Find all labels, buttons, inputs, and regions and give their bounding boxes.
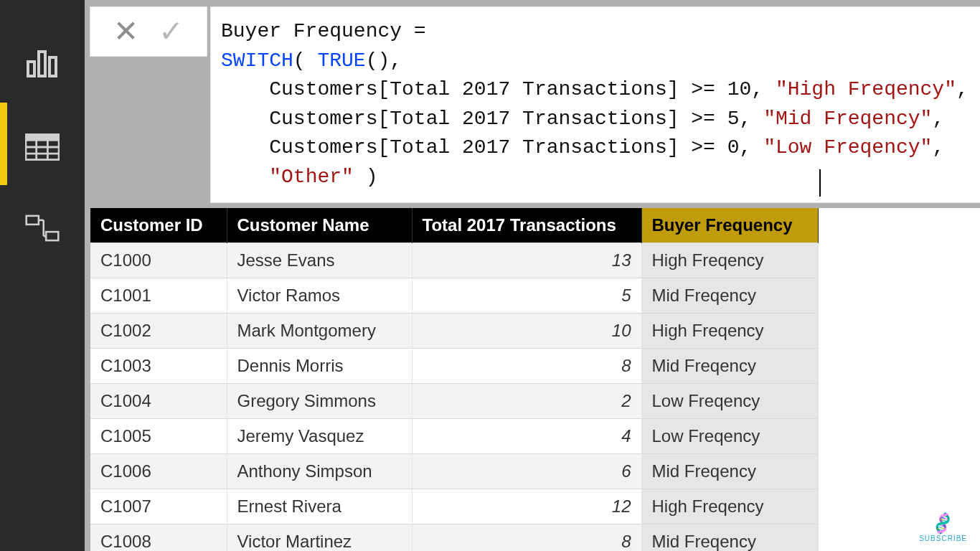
cell-tx[interactable]: 8 — [412, 524, 641, 551]
data-table: Customer ID Customer Name Total 2017 Tra… — [90, 208, 980, 551]
cell-tx[interactable]: 5 — [412, 278, 641, 313]
svg-rect-0 — [28, 62, 34, 76]
cell-tx[interactable]: 2 — [412, 383, 641, 418]
commit-formula-button[interactable]: ✓ — [149, 17, 194, 47]
cell-name[interactable]: Anthony Simpson — [227, 453, 412, 489]
svg-rect-10 — [46, 232, 58, 240]
cell-name[interactable]: Mark Montgomery — [227, 313, 412, 348]
cell-id[interactable]: C1005 — [90, 418, 227, 453]
cell-name[interactable]: Jesse Evans — [227, 242, 412, 278]
view-switcher-rail — [0, 0, 85, 551]
formula-controls: ✕ ✓ — [90, 7, 207, 56]
cell-freq[interactable]: Mid Freqency — [641, 453, 818, 489]
table-row[interactable]: C1001Victor Ramos5Mid Freqency — [90, 278, 818, 313]
cell-tx[interactable]: 12 — [412, 489, 641, 524]
cell-tx[interactable]: 13 — [412, 242, 641, 278]
header-total-tx[interactable]: Total 2017 Transactions — [412, 208, 641, 243]
dax-formula-bar[interactable]: Buyer Frequency = SWITCH( TRUE(), Custom… — [211, 7, 980, 202]
subscribe-label: SUBSCRIBE — [919, 534, 967, 542]
condition-2: Customers[Total 2017 Transactions] >= 5, — [269, 108, 763, 130]
comma-3: , — [932, 136, 944, 159]
cell-name[interactable]: Victor Martinez — [227, 524, 412, 551]
cell-freq[interactable]: Low Freqency — [641, 418, 818, 453]
table-row[interactable]: C1007Ernest Rivera12High Freqency — [90, 489, 818, 524]
paren-open: ( — [293, 50, 318, 72]
cell-tx[interactable]: 8 — [412, 348, 641, 383]
cell-tx[interactable]: 10 — [412, 313, 641, 348]
indent — [221, 108, 269, 130]
svg-rect-4 — [26, 134, 59, 141]
switch-keyword: SWITCH — [221, 50, 293, 72]
cell-name[interactable]: Ernest Rivera — [227, 489, 412, 524]
true-call: (), — [366, 50, 402, 72]
cell-name[interactable]: Gregory Simmons — [227, 383, 412, 418]
paren-close: ) — [354, 166, 378, 188]
string-other: "Other" — [269, 166, 354, 188]
svg-rect-1 — [39, 52, 45, 76]
cell-name[interactable]: Jeremy Vasquez — [227, 418, 412, 453]
comma-1: , — [956, 78, 969, 100]
indent — [221, 166, 269, 188]
header-customer-name[interactable]: Customer Name — [227, 208, 412, 243]
string-high: "High Freqency" — [776, 78, 956, 100]
cell-freq[interactable]: Mid Freqency — [641, 348, 818, 383]
header-buyer-frequency[interactable]: Buyer Frequency — [641, 208, 818, 243]
table-row[interactable]: C1000Jesse Evans13High Freqency — [90, 242, 818, 278]
cell-id[interactable]: C1000 — [90, 242, 227, 278]
subscribe-watermark: 🧬 SUBSCRIBE — [919, 514, 967, 542]
table-row[interactable]: C1002Mark Montgomery10High Freqency — [90, 313, 818, 348]
cell-freq[interactable]: High Freqency — [641, 313, 818, 348]
svg-rect-2 — [50, 57, 56, 76]
cell-tx[interactable]: 6 — [412, 453, 641, 489]
cell-id[interactable]: C1004 — [90, 383, 227, 418]
dna-icon: 🧬 — [930, 511, 956, 536]
condition-1: Customers[Total 2017 Transactions] >= 10… — [269, 78, 776, 100]
cell-id[interactable]: C1002 — [90, 313, 227, 348]
string-mid: "Mid Freqency" — [763, 108, 932, 130]
main-area: ✕ ✓ Buyer Frequency = SWITCH( TRUE(), Cu… — [85, 0, 980, 551]
bar-chart-icon — [25, 44, 60, 79]
svg-rect-9 — [27, 215, 39, 224]
cell-tx[interactable]: 4 — [412, 418, 641, 453]
data-view-tab[interactable] — [0, 103, 85, 185]
equals-sign: = — [402, 20, 438, 42]
true-keyword: TRUE — [317, 50, 365, 72]
cell-name[interactable]: Victor Ramos — [227, 278, 412, 313]
cell-freq[interactable]: Low Freqency — [641, 383, 818, 418]
string-low: "Low Freqency" — [763, 136, 932, 159]
measure-name: Buyer Frequency — [221, 20, 402, 42]
indent — [221, 78, 269, 100]
relationship-icon — [25, 209, 60, 244]
cell-id[interactable]: C1006 — [90, 453, 227, 489]
cell-freq[interactable]: High Freqency — [641, 242, 818, 278]
table-row[interactable]: C1006Anthony Simpson6Mid Freqency — [90, 453, 818, 489]
model-view-tab[interactable] — [0, 185, 85, 268]
cell-freq[interactable]: Mid Freqency — [641, 524, 818, 551]
table-row[interactable]: C1008Victor Martinez8Mid Freqency — [90, 524, 818, 551]
comma-2: , — [932, 108, 944, 130]
cell-id[interactable]: C1007 — [90, 489, 227, 524]
text-cursor-icon — [819, 169, 821, 197]
formula-row: ✕ ✓ Buyer Frequency = SWITCH( TRUE(), Cu… — [85, 0, 980, 202]
report-view-tab[interactable] — [0, 20, 85, 103]
table-row[interactable]: C1003Dennis Morris8Mid Freqency — [90, 348, 818, 383]
cell-id[interactable]: C1001 — [90, 278, 227, 313]
cell-id[interactable]: C1008 — [90, 524, 227, 551]
cell-id[interactable]: C1003 — [90, 348, 227, 383]
table-row[interactable]: C1004Gregory Simmons2Low Freqency — [90, 383, 818, 418]
cancel-formula-button[interactable]: ✕ — [103, 17, 149, 47]
table-row[interactable]: C1005Jeremy Vasquez4Low Freqency — [90, 418, 818, 453]
condition-3: Customers[Total 2017 Transactions] >= 0, — [269, 136, 763, 159]
cell-freq[interactable]: High Freqency — [641, 489, 818, 524]
table-body: C1000Jesse Evans13High Freqency C1001Vic… — [90, 242, 818, 551]
header-customer-id[interactable]: Customer ID — [90, 208, 227, 243]
table-header-row: Customer ID Customer Name Total 2017 Tra… — [90, 208, 818, 243]
indent — [221, 136, 269, 159]
table-grid-icon — [25, 127, 60, 161]
cell-freq[interactable]: Mid Freqency — [641, 278, 818, 313]
cell-name[interactable]: Dennis Morris — [227, 348, 412, 383]
